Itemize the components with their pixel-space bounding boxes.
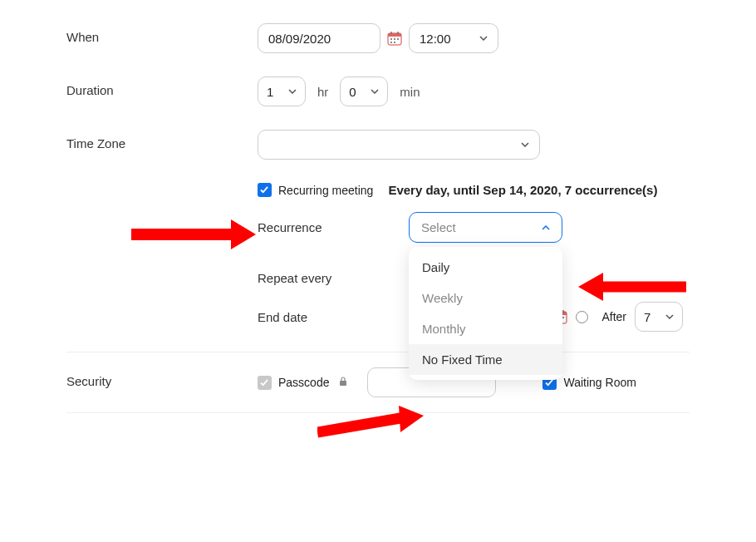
recurrence-dropdown: Daily Weekly Monthly No Fixed Time <box>409 247 562 380</box>
svg-rect-6 <box>397 38 399 40</box>
timezone-select[interactable] <box>258 130 540 160</box>
recurrence-select[interactable]: Select <box>409 212 562 243</box>
recurrence-option-daily[interactable]: Daily <box>409 252 562 283</box>
when-date-input[interactable]: 08/09/2020 <box>258 23 380 53</box>
recurrence-option-no-fixed-time[interactable]: No Fixed Time <box>409 344 562 375</box>
recurrence-label: Recurrence <box>258 220 409 234</box>
when-label: When <box>66 23 258 44</box>
after-label: After <box>601 310 626 323</box>
when-time-value: 12:00 <box>420 32 451 46</box>
passcode-label: Passcode <box>278 376 329 389</box>
recurring-meeting-checkbox[interactable]: Recurring meeting <box>258 183 373 197</box>
timezone-label: Time Zone <box>66 130 258 150</box>
svg-rect-7 <box>390 42 392 43</box>
hours-unit: hr <box>317 85 328 99</box>
chevron-down-icon <box>665 314 674 319</box>
checkbox-checked-icon <box>258 183 272 197</box>
recurrence-option-monthly[interactable]: Monthly <box>409 313 562 344</box>
duration-hours-value: 1 <box>267 85 273 99</box>
chevron-down-icon <box>288 89 297 94</box>
svg-marker-24 <box>399 406 424 432</box>
chevron-up-icon <box>542 225 550 230</box>
svg-rect-15 <box>562 317 564 318</box>
lock-icon <box>336 376 351 389</box>
svg-rect-8 <box>394 42 395 43</box>
duration-hours-select[interactable]: 1 <box>258 76 306 106</box>
chevron-down-icon <box>479 36 488 41</box>
after-radio[interactable] <box>576 311 588 323</box>
annotation-arrow <box>317 406 424 441</box>
repeat-every-label: Repeat every <box>258 271 409 285</box>
svg-rect-1 <box>388 33 401 37</box>
recurrence-placeholder: Select <box>421 220 456 234</box>
duration-mins-value: 0 <box>349 85 356 99</box>
security-label: Security <box>66 367 258 388</box>
svg-rect-4 <box>390 38 392 40</box>
divider <box>66 412 690 413</box>
calendar-icon[interactable] <box>387 31 402 46</box>
recurring-checkbox-label: Recurring meeting <box>278 184 373 197</box>
recurrence-option-weekly[interactable]: Weekly <box>409 283 562 313</box>
when-time-select[interactable]: 12:00 <box>409 23 498 53</box>
after-count-select[interactable]: 7 <box>635 302 683 332</box>
chevron-down-icon <box>521 142 529 147</box>
svg-line-23 <box>317 418 400 432</box>
recurring-summary: Every day, until Sep 14, 2020, 7 occurre… <box>388 183 657 197</box>
mins-unit: min <box>400 85 420 99</box>
passcode-checkbox[interactable]: Passcode <box>258 376 329 390</box>
checkbox-checked-icon <box>258 376 272 390</box>
duration-label: Duration <box>66 76 258 97</box>
divider <box>66 352 690 352</box>
waiting-room-label: Waiting Room <box>563 376 636 389</box>
end-date-label: End date <box>258 310 409 324</box>
after-value: 7 <box>644 310 650 324</box>
svg-rect-5 <box>394 38 395 40</box>
chevron-down-icon <box>371 89 379 94</box>
duration-mins-select[interactable]: 0 <box>340 76 388 106</box>
svg-rect-18 <box>340 381 346 386</box>
